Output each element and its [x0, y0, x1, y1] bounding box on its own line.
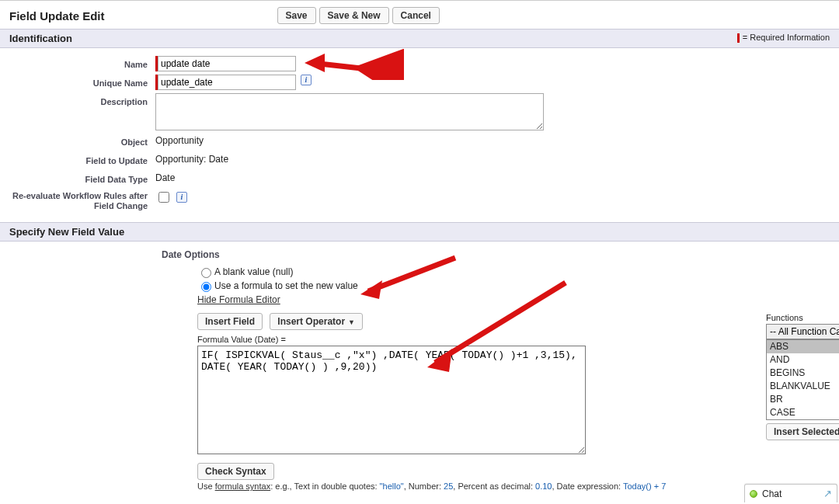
cancel-button[interactable]: Cancel [392, 7, 440, 24]
value-field-to-update: Opportunity: Date [155, 152, 228, 165]
description-textarea[interactable] [155, 93, 544, 130]
radio-blank-value[interactable]: A blank value (null) [197, 265, 839, 279]
insert-operator-label: Insert Operator [277, 316, 345, 327]
specify-form: Date Options A blank value (null) Use a … [0, 242, 839, 500]
label-reevaluate: Re-evaluate Workflow Rules after Field C… [0, 189, 155, 211]
label-description: Description [0, 93, 155, 109]
name-input[interactable] [158, 56, 296, 71]
value-object: Opportunity [155, 134, 204, 146]
row-description: Description [0, 92, 839, 132]
value-field-data-type: Date [155, 171, 175, 183]
row-reevaluate: Re-evaluate Workflow Rules after Field C… [0, 188, 839, 213]
row-field-to-update: Field to Update Opportunity: Date [0, 151, 839, 169]
section-specify: Specify New Field Value [0, 222, 839, 242]
formula-hint: Use formula syntax: e.g., Text in double… [197, 481, 757, 491]
row-name: Name [0, 54, 839, 73]
page: Field Update Edit Save Save & New Cancel… [0, 0, 839, 504]
date-options-title: Date Options [162, 249, 839, 260]
function-list[interactable]: ABS AND BEGINS BLANKVALUE BR CASE [766, 339, 839, 420]
row-field-data-type: Field Data Type Date [0, 169, 839, 188]
formula-value-label: Formula Value (Date) = [197, 335, 757, 344]
radio-blank-label: A blank value (null) [214, 265, 293, 279]
info-icon[interactable]: i [301, 75, 312, 85]
functions-panel: Functions -- All Function Categories -- … [766, 313, 839, 440]
section-identification-title: Identification [9, 33, 72, 44]
hide-formula-editor-link[interactable]: Hide Formula Editor [197, 294, 280, 305]
required-info-note: = Required Information [737, 33, 830, 43]
unique-name-input[interactable] [158, 75, 296, 90]
function-item-blankvalue[interactable]: BLANKVALUE [767, 380, 839, 393]
function-item-begins[interactable]: BEGINS [767, 367, 839, 380]
chat-widget[interactable]: Chat ↗ [744, 484, 837, 502]
formula-toolbar: Insert Field Insert Operator▼ [197, 313, 757, 330]
radio-formula-label: Use a formula to set the new value [214, 279, 358, 293]
function-item-and[interactable]: AND [767, 353, 839, 367]
identification-form: Name Unique Name i Description Object Op… [0, 48, 839, 222]
insert-field-button[interactable]: Insert Field [197, 313, 263, 330]
insert-selected-function-button[interactable]: Insert Selected Function [766, 423, 839, 440]
popout-icon[interactable]: ↗ [823, 488, 832, 499]
function-category-select[interactable]: -- All Function Categories -- [766, 324, 839, 339]
label-unique-name: Unique Name [0, 75, 155, 90]
formula-textarea[interactable]: IF( ISPICKVAL( Staus__c ,"x") ,DATE( YEA… [197, 346, 586, 454]
function-item-case[interactable]: CASE [767, 406, 839, 419]
insert-operator-button[interactable]: Insert Operator▼ [270, 313, 363, 330]
required-mark-icon [737, 33, 740, 43]
page-header: Field Update Edit Save Save & New Cancel [0, 1, 839, 29]
presence-dot-icon [750, 490, 757, 498]
functions-label: Functions [766, 313, 839, 322]
radio-formula-input[interactable] [201, 282, 211, 292]
row-object: Object Opportunity [0, 132, 839, 151]
section-identification: Identification = Required Information [0, 29, 839, 48]
radio-use-formula[interactable]: Use a formula to set the new value [197, 279, 839, 293]
reevaluate-checkbox[interactable] [158, 192, 169, 203]
radio-blank-input[interactable] [201, 268, 211, 278]
function-item-br[interactable]: BR [767, 393, 839, 406]
chat-label: Chat [762, 488, 782, 499]
function-item-abs[interactable]: ABS [767, 340, 839, 353]
check-syntax-button[interactable]: Check Syntax [197, 463, 274, 480]
label-field-to-update: Field to Update [0, 152, 155, 168]
label-object: Object [0, 134, 155, 149]
label-field-data-type: Field Data Type [0, 171, 155, 186]
chevron-down-icon: ▼ [348, 318, 355, 326]
label-name: Name [0, 56, 155, 71]
save-and-new-button[interactable]: Save & New [319, 7, 389, 24]
section-specify-title: Specify New Field Value [9, 226, 124, 238]
formula-editor: Insert Field Insert Operator▼ Formula Va… [197, 313, 839, 491]
formula-syntax-link[interactable]: formula syntax [215, 481, 271, 491]
formula-left-column: Insert Field Insert Operator▼ Formula Va… [197, 313, 757, 491]
info-icon[interactable]: i [176, 192, 187, 203]
save-button[interactable]: Save [277, 7, 316, 24]
row-unique-name: Unique Name i [0, 73, 839, 92]
page-title: Field Update Edit [9, 9, 105, 23]
